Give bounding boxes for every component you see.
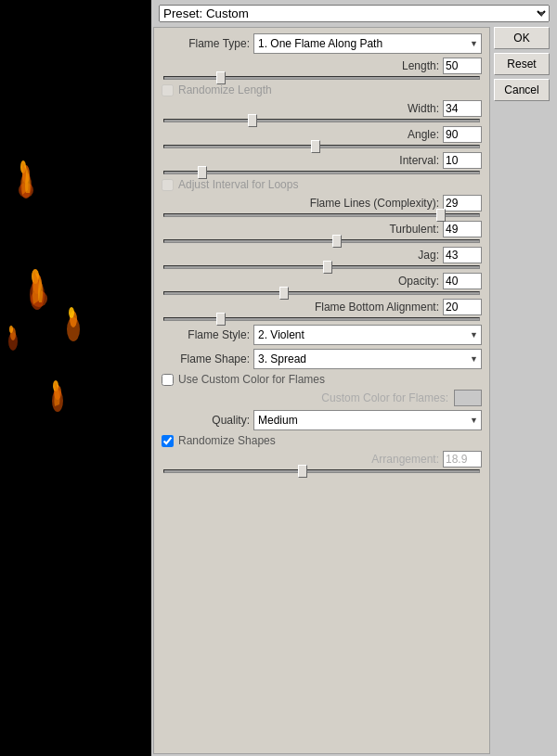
custom-color-label: Custom Color for Flames: [162, 391, 448, 404]
arrangement-slider-thumb[interactable] [298, 465, 307, 478]
flame-shape-wrapper[interactable]: 3. Spread [253, 349, 482, 369]
flame-type-wrapper[interactable]: 1. One Flame Along Path [253, 33, 482, 54]
jag-slider-thumb[interactable] [323, 261, 332, 274]
length-input[interactable] [443, 58, 482, 74]
randomize-length-label: Randomize Length [178, 83, 272, 96]
arrangement-slider-row [162, 469, 482, 473]
randomize-shapes-row: Randomize Shapes [162, 434, 482, 447]
quality-row: Quality: Medium [162, 410, 482, 430]
flame-bottom-label: Flame Bottom Alignment: [162, 301, 439, 314]
top-bar: Preset: Custom [151, 0, 557, 27]
flame-style-row: Flame Style: 2. Violent [162, 325, 482, 345]
interval-slider-row [162, 171, 482, 174]
adjust-interval-label: Adjust Interval for Loops [178, 178, 298, 191]
interval-input[interactable] [443, 152, 482, 169]
width-slider-row [162, 119, 482, 122]
main-content: Flame Type: 1. One Flame Along Path Leng… [151, 27, 557, 756]
angle-slider-thumb[interactable] [311, 140, 320, 153]
preset-select[interactable]: Preset: Custom [159, 5, 550, 22]
length-row: Length: [162, 58, 482, 74]
turbulent-row: Turbulent: [162, 221, 482, 237]
ok-button[interactable]: OK [494, 27, 550, 49]
opacity-slider-track[interactable] [163, 291, 480, 295]
controls-panel: Preset: Custom Flame Type: 1. One Flame … [151, 0, 557, 756]
quality-wrapper[interactable]: Medium [253, 410, 482, 430]
width-label: Width: [162, 102, 439, 115]
angle-label: Angle: [162, 128, 439, 141]
flame-shape-select[interactable]: 3. Spread [253, 349, 482, 369]
angle-slider-row [162, 145, 482, 148]
flame-bottom-input[interactable] [443, 299, 482, 315]
opacity-slider-thumb[interactable] [279, 287, 289, 300]
arrangement-label: Arrangement: [162, 453, 439, 466]
angle-input[interactable] [443, 126, 482, 143]
preset-wrapper[interactable]: Preset: Custom [159, 5, 550, 22]
turbulent-input[interactable] [443, 221, 482, 237]
randomize-shapes-checkbox[interactable] [162, 435, 174, 447]
interval-slider-track[interactable] [163, 171, 480, 174]
flame-lines-slider-track[interactable] [163, 213, 480, 217]
length-slider-row [162, 76, 482, 80]
length-label: Length: [162, 59, 439, 72]
flame-type-select[interactable]: 1. One Flame Along Path [253, 33, 482, 54]
arrangement-input[interactable] [443, 451, 482, 468]
flame-lines-slider-thumb[interactable] [436, 209, 446, 222]
flame-lines-row: Flame Lines (Complexity): [162, 195, 482, 211]
use-custom-color-row: Use Custom Color for Flames [162, 373, 482, 386]
randomize-length-checkbox[interactable] [162, 84, 174, 96]
flame-bottom-slider-track[interactable] [163, 317, 480, 321]
adjust-interval-row: Adjust Interval for Loops [162, 178, 482, 191]
interval-label: Interval: [162, 154, 439, 167]
flame-lines-input[interactable] [443, 195, 482, 211]
interval-row: Interval: [162, 152, 482, 169]
arrangement-slider-track[interactable] [163, 469, 480, 473]
quality-select[interactable]: Medium [253, 410, 482, 430]
arrangement-row: Arrangement: [162, 451, 482, 468]
opacity-row: Opacity: [162, 273, 482, 289]
flame-type-row: Flame Type: 1. One Flame Along Path [162, 33, 482, 54]
use-custom-color-label: Use Custom Color for Flames [178, 373, 325, 386]
randomize-length-row: Randomize Length [162, 83, 482, 96]
jag-row: Jag: [162, 247, 482, 263]
jag-slider-row [162, 265, 482, 269]
svg-rect-0 [0, 0, 151, 756]
flame-lines-slider-row [162, 213, 482, 217]
svg-point-14 [69, 307, 74, 318]
turbulent-slider-thumb[interactable] [332, 235, 342, 248]
buttons-area: OK Reset Cancel [492, 27, 557, 756]
flame-style-wrapper[interactable]: 2. Violent [253, 325, 482, 345]
flame-shape-label: Flame Shape: [162, 352, 250, 365]
params-area: Flame Type: 1. One Flame Along Path Leng… [153, 27, 490, 754]
custom-color-row: Custom Color for Flames: [162, 390, 482, 406]
use-custom-color-checkbox[interactable] [162, 374, 174, 386]
custom-color-box[interactable] [454, 390, 482, 406]
opacity-slider-row [162, 291, 482, 295]
flame-shape-row: Flame Shape: 3. Spread [162, 349, 482, 369]
reset-button[interactable]: Reset [494, 53, 550, 75]
flame-bottom-row: Flame Bottom Alignment: [162, 299, 482, 315]
adjust-interval-checkbox[interactable] [162, 179, 174, 191]
length-slider-thumb[interactable] [216, 71, 226, 84]
width-input[interactable] [443, 100, 482, 117]
angle-slider-track[interactable] [163, 145, 480, 148]
flame-bottom-slider-row [162, 317, 482, 321]
flame-style-select[interactable]: 2. Violent [253, 325, 482, 345]
jag-slider-track[interactable] [163, 265, 480, 269]
width-slider-track[interactable] [163, 119, 480, 122]
svg-point-17 [9, 326, 13, 333]
opacity-input[interactable] [443, 273, 482, 289]
turbulent-slider-track[interactable] [163, 239, 480, 243]
interval-slider-thumb[interactable] [198, 166, 207, 179]
width-slider-thumb[interactable] [248, 114, 257, 127]
angle-row: Angle: [162, 126, 482, 143]
cancel-button[interactable]: Cancel [494, 79, 550, 101]
length-slider-track[interactable] [163, 76, 480, 80]
opacity-label: Opacity: [162, 275, 439, 288]
jag-input[interactable] [443, 247, 482, 263]
width-row: Width: [162, 100, 482, 117]
flame-bottom-slider-thumb[interactable] [216, 313, 226, 326]
jag-label: Jag: [162, 249, 439, 262]
flame-preview [0, 0, 151, 756]
quality-label: Quality: [162, 414, 250, 427]
flame-lines-label: Flame Lines (Complexity): [162, 197, 439, 210]
